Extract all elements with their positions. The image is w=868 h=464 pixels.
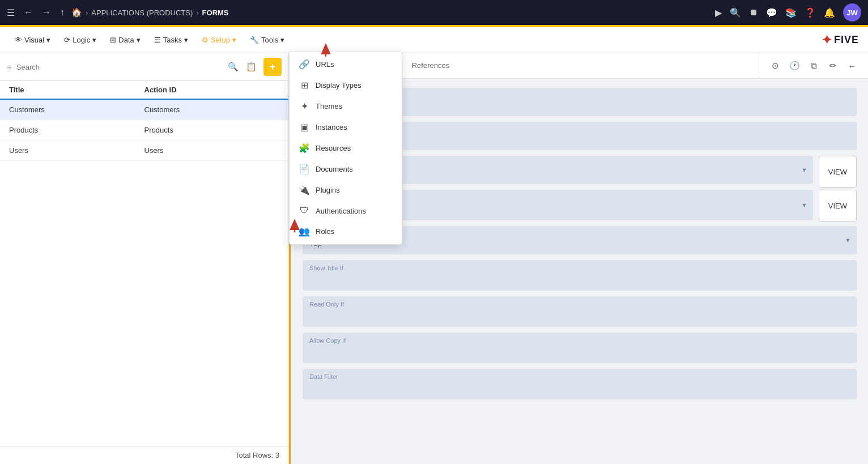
breadcrumb-applications[interactable]: APPLICATIONS (PRODUCTS) xyxy=(91,8,193,17)
allow-copy-field[interactable]: Allow Copy If xyxy=(303,333,857,363)
logic-chevron: ▾ xyxy=(92,36,96,44)
up-button[interactable]: ↑ xyxy=(58,5,67,20)
documents-icon: 📄 xyxy=(299,164,310,174)
data-filter-label: Data Filter xyxy=(309,373,850,380)
breadcrumb: 🏠 › APPLICATIONS (PRODUCTS) › FORMS xyxy=(71,7,229,18)
data-source-view-btn[interactable]: VIEW xyxy=(819,156,857,188)
urls-label: URLs xyxy=(316,60,334,69)
col-actionid-header: Action ID xyxy=(144,86,280,94)
left-panel: ≡ 🔍 📋 + Title Action ID Customers Custom… xyxy=(0,53,289,464)
instances-label: Instances xyxy=(316,123,347,131)
close-icon[interactable]: ← xyxy=(843,57,861,75)
document-btn[interactable]: 📋 xyxy=(242,58,260,76)
show-title-value xyxy=(309,273,850,286)
dependent-source-view-btn[interactable]: VIEW xyxy=(819,190,857,222)
authentications-icon: 🛡 xyxy=(299,206,310,216)
home-icon[interactable]: 🏠 xyxy=(71,7,82,18)
user-avatar[interactable]: JW xyxy=(843,3,861,22)
data-chevron: ▾ xyxy=(137,36,141,44)
data-filter-value xyxy=(309,381,850,395)
notifications-icon[interactable]: 🔔 xyxy=(824,7,835,18)
gear-icon: ⚙ xyxy=(202,36,209,44)
setup-chevron: ▾ xyxy=(232,36,236,44)
dropdown-item-instances[interactable]: ▣ Instances xyxy=(290,117,402,138)
allow-copy-value xyxy=(309,345,850,359)
documents-label: Documents xyxy=(316,165,353,173)
forward-button[interactable]: → xyxy=(40,5,53,20)
roles-icon: 👥 xyxy=(299,226,310,237)
main-layout: ≡ 🔍 📋 + Title Action ID Customers Custom… xyxy=(0,53,868,464)
logic-icon: ⟳ xyxy=(64,36,70,44)
table-row[interactable]: Products Products xyxy=(0,120,288,141)
row-title: Users xyxy=(9,146,144,155)
roles-label: Roles xyxy=(316,227,334,236)
data-filter-field[interactable]: Data Filter xyxy=(303,369,857,399)
help-icon[interactable]: ❓ xyxy=(805,7,816,18)
clock-icon[interactable]: 🕐 xyxy=(785,57,803,75)
themes-icon: ✦ xyxy=(299,101,310,112)
col-title-header: Title xyxy=(9,86,144,94)
chat-icon[interactable]: 💬 xyxy=(766,7,777,18)
tasks-chevron: ▾ xyxy=(184,36,188,44)
setup-btn[interactable]: ⚙ Setup ▾ xyxy=(196,32,242,48)
dropdown-item-urls[interactable]: 🔗 URLs xyxy=(290,54,402,75)
authentications-label: Authentications xyxy=(316,207,366,215)
table-body: Customers Customers Products Products Us… xyxy=(0,100,288,446)
tools-btn[interactable]: 🔧 Tools ▾ xyxy=(244,32,290,48)
tab-references[interactable]: References xyxy=(403,54,458,78)
dropdown-item-themes[interactable]: ✦ Themes xyxy=(290,96,402,117)
dropdown-item-authentications[interactable]: 🛡 Authentications xyxy=(290,201,402,221)
read-only-label: Read Only If xyxy=(309,301,850,308)
copy-icon[interactable]: ⧉ xyxy=(805,57,823,75)
eye-icon: 👁 xyxy=(15,36,22,44)
search-input[interactable] xyxy=(16,63,223,71)
top-navbar: ☰ ← → ↑ 🏠 › APPLICATIONS (PRODUCTS) › FO… xyxy=(0,0,868,25)
tasks-btn[interactable]: ☰ Tasks ▾ xyxy=(148,32,194,48)
breadcrumb-forms[interactable]: FORMS xyxy=(202,8,229,17)
main-toolbar: 👁 Visual ▾ ⟳ Logic ▾ ⊞ Data ▾ ☰ Tasks ▾ … xyxy=(0,27,868,53)
five-logo-mark: ✦ xyxy=(822,33,832,48)
urls-icon: 🔗 xyxy=(299,59,310,70)
search-icon[interactable]: 🔍 xyxy=(228,62,239,72)
hamburger-icon[interactable]: ☰ xyxy=(7,7,15,18)
back-button[interactable]: ← xyxy=(22,5,35,20)
show-title-field[interactable]: Show Title If xyxy=(303,260,857,291)
search-actions: 🔍 📋 + xyxy=(228,58,282,76)
plugins-label: Plugins xyxy=(316,186,340,194)
row-actionid: Products xyxy=(144,126,280,134)
logic-btn[interactable]: ⟳ Logic ▾ xyxy=(58,32,102,48)
display-types-label: Display Types xyxy=(316,81,361,90)
instances-icon: ▣ xyxy=(299,122,310,133)
themes-label: Themes xyxy=(316,102,342,110)
show-title-label: Show Title If xyxy=(309,265,850,271)
stop-icon[interactable]: ⏹ xyxy=(749,7,758,18)
plugins-icon: 🔌 xyxy=(299,185,310,195)
visual-btn[interactable]: 👁 Visual ▾ xyxy=(9,32,56,48)
visual-chevron: ▾ xyxy=(46,36,50,44)
dropdown-item-resources[interactable]: 🧩 Resources xyxy=(290,138,402,159)
table-row[interactable]: Users Users xyxy=(0,141,288,161)
add-button[interactable]: + xyxy=(263,58,282,76)
row-actionid: Users xyxy=(144,146,280,155)
wrench-icon: 🔧 xyxy=(250,36,259,44)
edit-icon[interactable]: ✏ xyxy=(824,57,842,75)
books-icon[interactable]: 📚 xyxy=(785,7,797,18)
resources-label: Resources xyxy=(316,144,351,152)
grid-icon: ⊞ xyxy=(110,36,116,44)
dropdown-item-roles[interactable]: 👥 Roles xyxy=(290,221,402,242)
dropdown-item-display-types[interactable]: ⊞ Display Types xyxy=(290,75,402,96)
play-icon[interactable]: ▶ xyxy=(715,7,722,18)
data-btn[interactable]: ⊞ Data ▾ xyxy=(104,32,146,48)
search-bar: ≡ 🔍 📋 + xyxy=(0,53,288,81)
table-row[interactable]: Customers Customers xyxy=(0,100,288,120)
dropdown-item-documents[interactable]: 📄 Documents xyxy=(290,159,402,180)
read-only-field[interactable]: Read Only If xyxy=(303,296,857,327)
row-title: Products xyxy=(9,126,144,134)
allow-copy-label: Allow Copy If xyxy=(309,337,850,344)
search-nav-icon[interactable]: 🔍 xyxy=(730,7,741,18)
history-back-icon[interactable]: ⊙ xyxy=(766,57,784,75)
five-brand-label: FIVE xyxy=(834,34,859,46)
tasks-icon: ☰ xyxy=(154,36,161,44)
dropdown-item-plugins[interactable]: 🔌 Plugins xyxy=(290,180,402,201)
top-nav-right: ▶ 🔍 ⏹ 💬 📚 ❓ 🔔 JW xyxy=(715,3,861,22)
